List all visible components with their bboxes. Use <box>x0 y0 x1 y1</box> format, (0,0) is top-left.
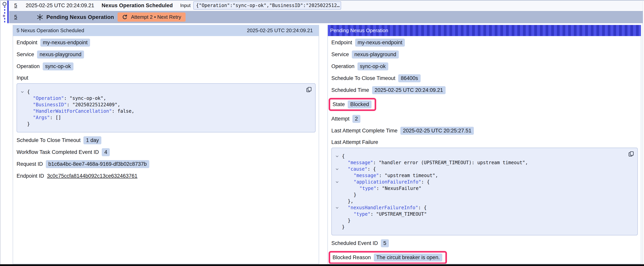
event-filled-dot[interactable] <box>2 15 6 17</box>
asterisk-icon <box>37 14 43 21</box>
json-key: "Operation" <box>33 96 64 101</box>
code-line-content: "message": "handler error (UPSTREAM_TIME… <box>342 159 528 166</box>
retry-badge: Attempt 2 • Next Retry <box>118 13 186 22</box>
collapse-toggle[interactable] <box>335 167 339 171</box>
scheduled-event-panel: 5 Nexus Operation Scheduled 2025-02-25 U… <box>13 25 319 264</box>
field-endpoint-id: Endpoint ID3c0c75ccfa8144b092c13ce632463… <box>16 172 316 180</box>
code-line-content: "Args": [] <box>27 114 61 121</box>
json-key: "type" <box>360 186 376 191</box>
field-last-attempt-complete-time: Last Attempt Complete Time2025-02-25 UTC… <box>331 127 638 135</box>
code-line: "message": "upstream timeout", <box>334 172 624 179</box>
code-line-content: "type": "UPSTREAM_TIMEOUT" <box>342 211 427 217</box>
field-label: Request ID <box>16 161 43 167</box>
json-text: } <box>342 224 344 230</box>
field-label: Endpoint ID <box>16 173 44 179</box>
event-id-link[interactable]: 5 <box>14 3 17 9</box>
json-text: } <box>354 192 356 197</box>
code-gutter[interactable] <box>334 167 342 171</box>
json-key: "message" <box>348 160 373 165</box>
code-line: "Operation": "sync-op-ok", <box>20 95 302 102</box>
code-line-content: "HandlerWaitForCancellation": false, <box>27 108 134 114</box>
json-text: { <box>342 153 344 159</box>
event-row-pending-nexus-operation[interactable]: 5 Pending Nexus Operation Attempt 2 • Ne… <box>9 11 643 23</box>
field-blocked-reason: Blocked ReasonThe circuit breaker is ope… <box>331 251 638 264</box>
code-line-content: }, <box>342 198 354 205</box>
field-label: Schedule To Close Timeout <box>16 137 80 143</box>
chevron-down-icon <box>335 154 339 158</box>
json-key: "BusinessID" <box>33 102 67 107</box>
field-value-chip: 1 day <box>84 136 101 144</box>
field-operation: Operationsync-op-ok <box>331 62 638 70</box>
pending-operation-panel: Pending Nexus Operation Endpointmy-nexus… <box>328 25 641 264</box>
code-line: { <box>334 153 624 159</box>
field-label: Last Attempt Complete Time <box>331 128 398 134</box>
field-value-chip: my-nexus-endpoint <box>355 39 405 47</box>
code-block-failure_json: {"message": "handler error (UPSTREAM_TIM… <box>331 148 638 235</box>
json-text: : "20250225122409", <box>67 102 120 107</box>
copy-button[interactable] <box>306 86 312 93</box>
code-block-input_json: {"Operation": "sync-op-ok","BusinessID":… <box>16 83 316 132</box>
field-service: Servicenexus-playground <box>16 50 316 59</box>
window-right-border <box>643 0 643 266</box>
chevron-down-icon <box>20 90 24 94</box>
field-endpoint: Endpointmy-nexus-endpoint <box>331 39 638 47</box>
field-value-chip: nexus-playground <box>37 51 84 59</box>
event-title: Nexus Operation Scheduled <box>102 3 173 9</box>
code-gutter[interactable] <box>334 180 342 184</box>
field-label: Workflow Task Completed Event ID <box>16 149 99 155</box>
field-state: StateBlocked <box>331 98 638 111</box>
field-value-chip: b1c6a4bc-8ee7-468a-9169-df3b02c8737b <box>46 160 149 168</box>
field-request-id: Request IDb1c6a4bc-8ee7-468a-9169-df3b02… <box>16 160 316 168</box>
code-line: "Args": [] <box>20 114 302 121</box>
field-value-chip: Blocked <box>348 100 372 108</box>
code-line: } <box>20 121 302 127</box>
json-text: : "sync-op-ok", <box>64 96 106 101</box>
field-value-link[interactable]: 3c0c75ccfa8144b092c13ce632463761 <box>47 173 138 179</box>
json-text: : false, <box>112 108 134 114</box>
code-gutter[interactable] <box>334 206 342 210</box>
event-row-nexus-operation-scheduled[interactable]: 5 2025-02-25 UTC 20:24:09.21 Nexus Opera… <box>9 1 643 10</box>
field-workflow-task-completed-event-id: Workflow Task Completed Event ID4 <box>16 148 316 156</box>
json-text: }, <box>348 198 354 204</box>
event-input-preview[interactable]: {"Operation":"sync-op-ok","BusinessID":"… <box>193 1 341 10</box>
code-gutter[interactable] <box>334 154 342 158</box>
code-line: "applicationFailureInfo": { <box>334 179 624 185</box>
code-line-content: { <box>27 89 30 95</box>
field-schedule-to-close-timeout: Schedule To Close Timeout86400s <box>331 74 638 82</box>
code-line: } <box>334 192 624 198</box>
code-line: "cause": { <box>334 166 624 172</box>
event-open-dot[interactable] <box>2 2 6 6</box>
field-value-chip: nexus-playground <box>352 51 399 59</box>
code-line: }, <box>334 198 624 205</box>
json-key: "HandlerWaitForCancellation" <box>33 108 112 114</box>
collapse-toggle[interactable] <box>20 90 24 94</box>
event-id-link[interactable]: 5 <box>14 14 17 20</box>
json-text: : { <box>368 166 376 172</box>
collapse-toggle[interactable] <box>335 180 339 184</box>
json-key: "cause" <box>348 166 368 172</box>
code-line: } <box>334 224 624 230</box>
field-label: Endpoint <box>16 40 38 46</box>
field-value-chip: 4 <box>102 148 110 156</box>
json-text: : "handler error (UPSTREAM_TIMEOUT): ups… <box>373 160 528 165</box>
code-gutter[interactable] <box>20 90 27 94</box>
collapse-toggle[interactable] <box>335 154 339 158</box>
field-label: Attempt <box>331 116 350 122</box>
field-value-chip: 2 <box>352 115 360 123</box>
collapse-toggle[interactable] <box>335 206 339 210</box>
field-value-chip: sync-op-ok <box>43 62 74 70</box>
scheduled-panel-timestamp: 2025-02-25 UTC 20:24:09.21 <box>247 28 313 34</box>
copy-button[interactable] <box>628 151 634 157</box>
field-label: Scheduled Event ID <box>331 240 378 246</box>
code-line-content: } <box>342 192 356 198</box>
timeline-active-bar <box>7 1 9 23</box>
scheduled-panel-title: 5 Nexus Operation Scheduled <box>16 28 84 34</box>
annotation-highlight-state: StateBlocked <box>329 98 376 111</box>
chevron-down-icon <box>335 167 339 171</box>
code-line-content: "applicationFailureInfo": { <box>342 179 430 185</box>
field-operation: Operationsync-op-ok <box>16 62 316 70</box>
pending-panel-header: Pending Nexus Operation <box>328 25 641 36</box>
copy-icon <box>628 151 634 157</box>
code-line: "HandlerWaitForCancellation": false, <box>20 108 302 114</box>
field-value-chip: 5 <box>381 239 389 247</box>
